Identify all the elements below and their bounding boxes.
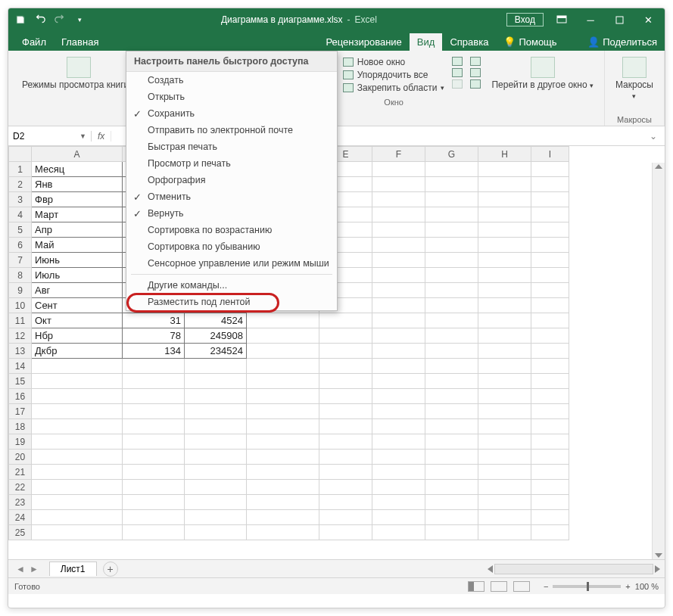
undo-icon[interactable] <box>33 12 48 27</box>
cell[interactable] <box>372 192 425 207</box>
row-header[interactable]: 2 <box>9 177 32 192</box>
login-button[interactable]: Вход <box>506 13 544 26</box>
row-header[interactable]: 24 <box>9 510 32 525</box>
cell[interactable] <box>123 359 185 374</box>
cell[interactable] <box>425 313 478 328</box>
cell[interactable]: 234524 <box>185 344 247 359</box>
cell[interactable] <box>372 525 425 540</box>
cell[interactable] <box>531 389 569 404</box>
cell[interactable] <box>372 374 425 389</box>
row-header[interactable]: 23 <box>9 495 32 510</box>
cell[interactable] <box>478 510 531 525</box>
row-header[interactable]: 9 <box>9 283 32 298</box>
cell[interactable] <box>247 495 319 510</box>
redo-icon[interactable] <box>52 12 67 27</box>
cell[interactable]: Июнь <box>32 253 123 268</box>
vertical-scrollbar[interactable] <box>652 163 665 559</box>
tab-file[interactable]: Файл <box>14 33 54 51</box>
cell[interactable] <box>531 434 569 450</box>
ribbon-display-icon[interactable] <box>548 9 575 30</box>
cell[interactable] <box>372 480 425 495</box>
cell[interactable] <box>531 162 569 177</box>
tell-me[interactable]: 💡Помощь <box>496 33 564 51</box>
cell[interactable] <box>32 434 123 450</box>
cell[interactable] <box>478 344 531 359</box>
page-layout-view-icon[interactable] <box>491 581 507 592</box>
cell[interactable] <box>372 510 425 525</box>
cell[interactable] <box>531 298 569 313</box>
cell[interactable]: Май <box>32 238 123 253</box>
cell[interactable] <box>372 177 425 192</box>
cell[interactable] <box>425 162 478 177</box>
cell[interactable] <box>319 359 372 374</box>
cell[interactable] <box>478 374 531 389</box>
cell[interactable]: Апр <box>32 222 123 238</box>
cell[interactable] <box>32 359 123 374</box>
cell[interactable] <box>185 495 247 510</box>
cell[interactable] <box>123 525 185 540</box>
cell[interactable] <box>319 434 372 450</box>
cell[interactable] <box>372 450 425 465</box>
cell[interactable] <box>32 480 123 495</box>
cell[interactable] <box>372 389 425 404</box>
cell[interactable] <box>531 495 569 510</box>
cell[interactable] <box>319 419 372 434</box>
cell[interactable] <box>425 510 478 525</box>
row-header[interactable]: 10 <box>9 298 32 313</box>
cell[interactable]: 245908 <box>185 328 247 344</box>
cell[interactable] <box>32 450 123 465</box>
menu-item[interactable]: Создать <box>126 72 337 89</box>
cell[interactable] <box>531 344 569 359</box>
tab-nav-next-icon[interactable]: ► <box>30 564 39 574</box>
cell[interactable] <box>247 434 319 450</box>
col-header[interactable]: A <box>32 147 123 162</box>
cell[interactable]: Фвр <box>32 192 123 207</box>
cell[interactable] <box>32 465 123 480</box>
cell[interactable] <box>372 268 425 283</box>
reset-pos-button[interactable] <box>470 79 481 89</box>
cell[interactable] <box>478 313 531 328</box>
cell[interactable] <box>478 268 531 283</box>
tab-review[interactable]: Рецензирование <box>318 33 409 51</box>
cell[interactable]: Янв <box>32 177 123 192</box>
cell[interactable] <box>478 283 531 298</box>
qat-customize-icon[interactable]: ▾ <box>72 12 87 27</box>
cell[interactable] <box>425 268 478 283</box>
cell[interactable]: Дкбр <box>32 344 123 359</box>
cell[interactable] <box>185 450 247 465</box>
cell[interactable] <box>372 253 425 268</box>
cell[interactable] <box>319 404 372 419</box>
split-button[interactable] <box>452 57 463 66</box>
cell[interactable] <box>478 222 531 238</box>
save-icon[interactable] <box>13 12 28 27</box>
cell[interactable] <box>123 404 185 419</box>
cell[interactable] <box>531 328 569 344</box>
cell[interactable] <box>372 238 425 253</box>
cell[interactable]: Авг <box>32 283 123 298</box>
cell[interactable] <box>478 162 531 177</box>
new-window-button[interactable]: Новое окно <box>343 57 445 67</box>
select-all-cell[interactable] <box>9 147 32 162</box>
cell[interactable]: Нбр <box>32 328 123 344</box>
cell[interactable] <box>425 374 478 389</box>
menu-item[interactable]: ✓Сохранить <box>126 105 337 122</box>
menu-more-commands[interactable]: Другие команды... <box>126 277 337 294</box>
col-header[interactable]: I <box>531 147 569 162</box>
cell[interactable] <box>531 207 569 222</box>
row-header[interactable]: 16 <box>9 389 32 404</box>
zoom-in-button[interactable]: + <box>625 582 630 591</box>
cell[interactable] <box>425 238 478 253</box>
name-box[interactable]: D2▼ <box>8 131 92 142</box>
cell[interactable] <box>32 510 123 525</box>
cell[interactable] <box>425 283 478 298</box>
row-header[interactable]: 1 <box>9 162 32 177</box>
cell[interactable] <box>123 389 185 404</box>
close-button[interactable]: ✕ <box>634 9 662 30</box>
cell[interactable] <box>32 389 123 404</box>
cell[interactable]: 78 <box>123 328 185 344</box>
cell[interactable] <box>531 177 569 192</box>
cell[interactable] <box>247 525 319 540</box>
cell[interactable] <box>372 344 425 359</box>
cell[interactable] <box>123 495 185 510</box>
cell[interactable] <box>32 525 123 540</box>
